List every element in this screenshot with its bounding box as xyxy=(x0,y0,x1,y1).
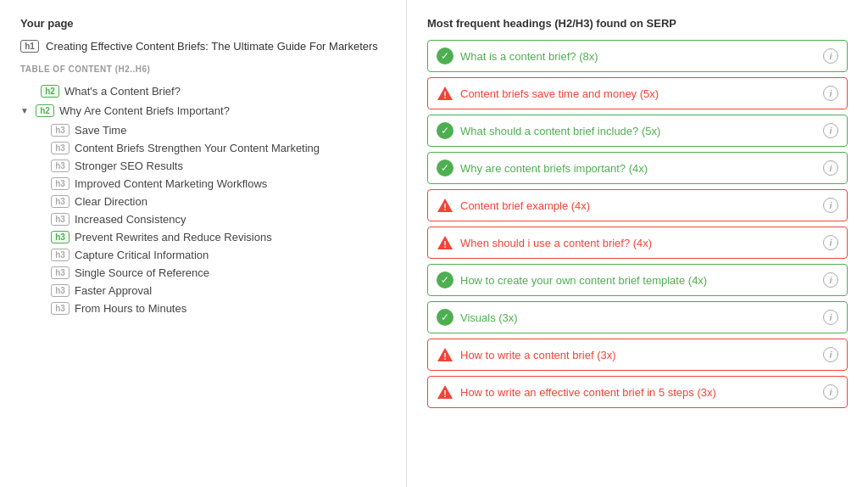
warning-icon: ! xyxy=(437,234,453,251)
headings-container: ✓What is a content brief? (8x)i ! Conten… xyxy=(427,40,848,408)
heading-label: What should a content brief include? (5x… xyxy=(460,125,816,137)
heading-label: How to write an effective content brief … xyxy=(460,386,816,399)
right-panel-title: Most frequent headings (H2/H3) found on … xyxy=(427,17,848,30)
svg-text:!: ! xyxy=(443,90,447,100)
h3-tag: h3 xyxy=(51,195,70,208)
svg-text:!: ! xyxy=(443,202,447,212)
toc-item: h3Capture Critical Information xyxy=(51,246,386,264)
h3-tag: h3 xyxy=(51,231,70,244)
h3-tag: h3 xyxy=(51,160,70,172)
warning-triangle-icon: ! xyxy=(437,347,453,362)
toc-item: h3Increased Consistency xyxy=(51,210,386,228)
h3-tag: h3 xyxy=(51,142,70,154)
left-panel: Your page h1 Creating Effective Content … xyxy=(0,0,407,487)
check-icon: ✓ xyxy=(437,48,453,64)
toc-item: h3Improved Content Marketing Workflows xyxy=(51,175,386,193)
svg-text:!: ! xyxy=(443,389,447,399)
info-icon[interactable]: i xyxy=(823,123,838,138)
h3-tag: h3 xyxy=(51,124,70,137)
h2-tag: h2 xyxy=(36,104,54,117)
info-icon[interactable]: i xyxy=(823,235,838,250)
toc-item-text: What's a Content Brief? xyxy=(64,85,181,98)
heading-label: Visuals (3x) xyxy=(460,311,816,324)
info-icon[interactable]: i xyxy=(823,160,838,176)
chevron-down-icon: ▼ xyxy=(20,106,31,116)
h2-tag: h2 xyxy=(41,85,59,98)
h1-text: Creating Effective Content Briefs: The U… xyxy=(46,40,378,53)
heading-item: ! Content briefs save time and money (5x… xyxy=(427,77,848,109)
heading-item: ! When should i use a content brief? (4x… xyxy=(427,227,848,259)
toc-label: TABLE OF CONTENT (H2..H6) xyxy=(20,64,386,74)
heading-label: Content briefs save time and money (5x) xyxy=(460,87,816,100)
toc-item-text: Faster Approval xyxy=(75,284,152,297)
heading-item: ! How to write an effective content brie… xyxy=(427,376,848,408)
toc-item: h3Prevent Rewrites and Reduce Revisions xyxy=(51,228,386,246)
heading-item: ✓What should a content brief include? (5… xyxy=(427,115,848,147)
warning-triangle-icon: ! xyxy=(437,235,453,250)
info-icon[interactable]: i xyxy=(823,198,838,213)
info-icon[interactable]: i xyxy=(823,310,838,325)
svg-text:!: ! xyxy=(443,239,447,249)
toc-item-text: Single Source of Reference xyxy=(75,266,209,279)
info-icon[interactable]: i xyxy=(823,48,838,64)
toc-item: h3From Hours to Minutes xyxy=(51,299,386,317)
toc-item: h2What's a Content Brief? xyxy=(20,82,386,100)
svg-text:!: ! xyxy=(443,351,447,361)
toc-item-text: Stronger SEO Results xyxy=(75,160,183,172)
heading-item: ! How to write a content brief (3x)i xyxy=(427,339,848,371)
warning-triangle-icon: ! xyxy=(437,86,453,101)
heading-label: How to create your own content brief tem… xyxy=(460,274,816,287)
h1-row: h1 Creating Effective Content Briefs: Th… xyxy=(20,40,386,53)
right-panel: Most frequent headings (H2/H3) found on … xyxy=(407,0,868,487)
toc-item-text: Content Briefs Strengthen Your Content M… xyxy=(75,142,320,154)
heading-label: Content brief example (4x) xyxy=(460,199,816,212)
toc-item-text: Clear Direction xyxy=(75,195,147,208)
h3-tag: h3 xyxy=(51,213,70,226)
h3-tag: h3 xyxy=(51,284,70,297)
heading-item: ✓What is a content brief? (8x)i xyxy=(427,40,848,72)
heading-item: ✓Visuals (3x)i xyxy=(427,301,848,333)
warning-triangle-icon: ! xyxy=(437,198,453,213)
toc-item: h3Content Briefs Strengthen Your Content… xyxy=(51,139,386,157)
info-icon[interactable]: i xyxy=(823,384,838,400)
toc-container: h2What's a Content Brief?▼h2Why Are Cont… xyxy=(20,82,386,317)
h3-tag: h3 xyxy=(51,266,70,279)
toc-item-text: From Hours to Minutes xyxy=(75,302,186,315)
check-icon: ✓ xyxy=(437,160,453,176)
warning-icon: ! xyxy=(437,85,453,102)
info-icon[interactable]: i xyxy=(823,272,838,288)
heading-item: ✓How to create your own content brief te… xyxy=(427,264,848,296)
warning-icon: ! xyxy=(437,197,453,214)
heading-label: How to write a content brief (3x) xyxy=(460,349,816,361)
toc-item-text: Prevent Rewrites and Reduce Revisions xyxy=(75,231,272,244)
warning-triangle-icon: ! xyxy=(437,384,453,400)
toc-item-text: Capture Critical Information xyxy=(75,249,209,261)
check-icon: ✓ xyxy=(437,122,453,139)
heading-label: What is a content brief? (8x) xyxy=(460,50,816,63)
toc-item: h3Single Source of Reference xyxy=(51,264,386,282)
warning-icon: ! xyxy=(437,346,453,363)
h1-tag: h1 xyxy=(20,40,39,53)
toc-item-text: Save Time xyxy=(75,124,126,137)
info-icon[interactable]: i xyxy=(823,347,838,362)
toc-item-text: Increased Consistency xyxy=(75,213,186,226)
heading-item: ! Content brief example (4x)i xyxy=(427,189,848,221)
info-icon[interactable]: i xyxy=(823,86,838,101)
toc-item: h3Faster Approval xyxy=(51,282,386,299)
toc-item: h3Save Time xyxy=(51,121,386,139)
check-icon: ✓ xyxy=(437,309,453,326)
heading-label: Why are content briefs important? (4x) xyxy=(460,162,816,175)
toc-item-text: Improved Content Marketing Workflows xyxy=(75,177,267,190)
toc-item-text: Why Are Content Briefs Important? xyxy=(59,104,230,117)
h3-tag: h3 xyxy=(51,249,70,261)
toc-item: ▼h2Why Are Content Briefs Important? xyxy=(20,102,386,120)
toc-item: h3Stronger SEO Results xyxy=(51,157,386,175)
toc-item: h3Clear Direction xyxy=(51,193,386,210)
h3-tag: h3 xyxy=(51,177,70,190)
heading-label: When should i use a content brief? (4x) xyxy=(460,237,816,249)
heading-item: ✓Why are content briefs important? (4x)i xyxy=(427,152,848,184)
warning-icon: ! xyxy=(437,383,453,400)
check-icon: ✓ xyxy=(437,271,453,288)
left-panel-title: Your page xyxy=(20,17,386,30)
h3-tag: h3 xyxy=(51,302,70,315)
